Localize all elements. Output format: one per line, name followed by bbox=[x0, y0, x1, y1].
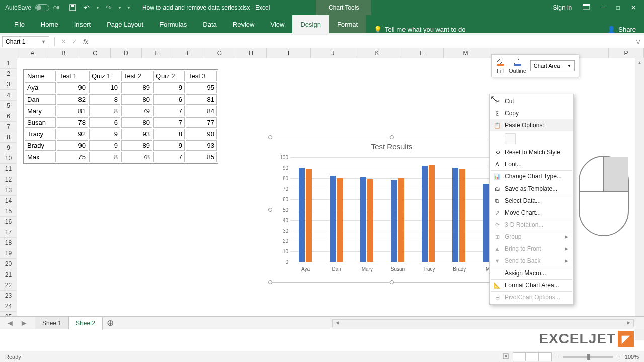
zoom-level[interactable]: 100% bbox=[625, 354, 639, 360]
tab-design[interactable]: Design bbox=[292, 15, 329, 33]
menu-save-template[interactable]: 🗂Save as Template... bbox=[490, 183, 573, 195]
menu-copy[interactable]: ⎘Copy bbox=[490, 107, 573, 119]
row-header[interactable]: 19 bbox=[0, 248, 17, 259]
ribbon-display-icon[interactable] bbox=[583, 4, 590, 12]
view-page-break-icon[interactable] bbox=[539, 352, 552, 361]
data-table[interactable]: NameTest 1Quiz 1Test 2Quiz 2Test 3 Aya90… bbox=[23, 69, 218, 164]
view-normal-icon[interactable] bbox=[513, 352, 526, 361]
tab-review[interactable]: Review bbox=[225, 15, 263, 33]
col-header[interactable]: C bbox=[79, 48, 111, 58]
chart-object[interactable]: Test Results 0102030405060708090100 AyaD… bbox=[270, 137, 514, 283]
tab-view[interactable]: View bbox=[262, 15, 292, 33]
tab-formulas[interactable]: Formulas bbox=[151, 15, 195, 33]
menu-format-chart-area[interactable]: 📐Format Chart Area... bbox=[490, 279, 573, 291]
row-header[interactable]: 7 bbox=[0, 122, 17, 132]
maximize-icon[interactable]: □ bbox=[616, 4, 620, 11]
qat-customize-icon[interactable]: ▾ bbox=[128, 6, 130, 10]
select-all-corner[interactable] bbox=[0, 48, 17, 58]
zoom-slider[interactable] bbox=[563, 356, 613, 358]
menu-group: ⊞Group▶ bbox=[490, 231, 573, 243]
row-header[interactable]: 17 bbox=[0, 227, 17, 238]
fx-icon[interactable]: fx bbox=[80, 38, 91, 45]
row-header[interactable]: 15 bbox=[0, 206, 17, 217]
chart-element-dropdown[interactable]: Chart Area ▼ bbox=[530, 60, 575, 71]
tab-home[interactable]: Home bbox=[33, 15, 66, 33]
row-header[interactable]: 24 bbox=[0, 301, 17, 312]
menu-reset-style[interactable]: ⟲Reset to Match Style bbox=[490, 146, 573, 158]
col-header[interactable]: P bbox=[609, 48, 644, 58]
row-header[interactable]: 4 bbox=[0, 90, 17, 101]
cancel-formula-icon[interactable]: ✕ bbox=[58, 38, 69, 45]
menu-cut[interactable]: ✂Cut bbox=[490, 95, 573, 107]
menu-select-data[interactable]: ⧉Select Data... bbox=[490, 195, 573, 207]
chart-title[interactable]: Test Results bbox=[270, 137, 513, 151]
view-page-layout-icon[interactable] bbox=[526, 352, 539, 361]
sheet-scroll-right-icon[interactable]: ► bbox=[20, 319, 28, 328]
outline-button[interactable]: Outline bbox=[509, 58, 526, 74]
col-header[interactable]: H bbox=[235, 48, 267, 58]
row-header[interactable]: 5 bbox=[0, 101, 17, 111]
close-icon[interactable]: ✕ bbox=[631, 4, 636, 11]
col-header[interactable]: D bbox=[111, 48, 142, 58]
row-header[interactable]: 12 bbox=[0, 174, 17, 185]
row-header[interactable]: 13 bbox=[0, 185, 17, 196]
sheet-tab-sheet2[interactable]: Sheet2 bbox=[69, 317, 103, 330]
row-header[interactable]: 8 bbox=[0, 132, 17, 143]
vertical-scrollbar[interactable]: ▲ bbox=[635, 58, 644, 340]
share-button[interactable]: 👤 Share bbox=[599, 26, 644, 33]
menu-change-chart-type[interactable]: 📊Change Chart Type... bbox=[490, 170, 573, 183]
menu-assign-macro[interactable]: Assign Macro... bbox=[490, 267, 573, 279]
row-header[interactable]: 18 bbox=[0, 238, 17, 248]
col-header[interactable]: E bbox=[142, 48, 173, 58]
menu-font[interactable]: AFont... bbox=[490, 158, 573, 170]
col-header[interactable]: A bbox=[17, 48, 48, 58]
autosave-toggle[interactable] bbox=[35, 4, 49, 11]
signin-link[interactable]: Sign in bbox=[553, 4, 572, 11]
col-header[interactable]: F bbox=[173, 48, 204, 58]
col-header[interactable]: M bbox=[444, 48, 488, 58]
horizontal-scrollbar[interactable]: ◄ ► bbox=[332, 319, 634, 327]
minimize-icon[interactable]: ─ bbox=[601, 4, 605, 11]
tell-me-search[interactable]: 💡 Tell me what you want to do bbox=[366, 26, 473, 33]
sheet-tab-sheet1[interactable]: Sheet1 bbox=[35, 317, 69, 329]
tab-insert[interactable]: Insert bbox=[66, 15, 99, 33]
fill-button[interactable]: Fill bbox=[496, 58, 505, 74]
row-header[interactable]: 6 bbox=[0, 111, 17, 122]
menu-move-chart[interactable]: ↗Move Chart... bbox=[490, 207, 573, 219]
save-icon[interactable] bbox=[69, 4, 76, 11]
zoom-in-icon[interactable]: + bbox=[617, 354, 620, 360]
enter-formula-icon[interactable]: ✓ bbox=[69, 38, 80, 45]
redo-icon[interactable]: ↷ bbox=[106, 4, 112, 12]
row-header[interactable]: 3 bbox=[0, 79, 17, 90]
row-header[interactable]: 9 bbox=[0, 143, 17, 153]
name-box[interactable]: Chart 1 ▼ bbox=[2, 36, 49, 47]
paste-option-button[interactable] bbox=[505, 133, 516, 144]
col-header[interactable]: G bbox=[204, 48, 235, 58]
col-header[interactable]: B bbox=[48, 48, 79, 58]
macro-record-icon[interactable] bbox=[503, 353, 509, 360]
undo-icon[interactable]: ↶ bbox=[84, 4, 90, 12]
chevron-down-icon[interactable]: ▼ bbox=[41, 39, 46, 44]
col-header[interactable]: K bbox=[355, 48, 399, 58]
col-header[interactable]: I bbox=[267, 48, 311, 58]
row-header[interactable]: 10 bbox=[0, 153, 17, 164]
add-sheet-button[interactable]: ⊕ bbox=[103, 318, 118, 328]
row-header[interactable]: 21 bbox=[0, 269, 17, 280]
expand-formula-bar-icon[interactable]: ⋁ bbox=[632, 39, 644, 44]
tab-data[interactable]: Data bbox=[195, 15, 224, 33]
col-header[interactable]: L bbox=[399, 48, 444, 58]
row-header[interactable]: 23 bbox=[0, 291, 17, 301]
sheet-scroll-left-icon[interactable]: ◄ bbox=[6, 319, 14, 328]
row-header[interactable]: 16 bbox=[0, 217, 17, 227]
row-header[interactable]: 20 bbox=[0, 259, 17, 269]
tab-format[interactable]: Format bbox=[329, 15, 366, 33]
row-header[interactable]: 11 bbox=[0, 164, 17, 174]
row-header[interactable]: 1 bbox=[0, 58, 17, 69]
row-header[interactable]: 14 bbox=[0, 196, 17, 206]
zoom-out-icon[interactable]: − bbox=[556, 354, 559, 360]
tab-file[interactable]: File bbox=[6, 15, 33, 33]
row-header[interactable]: 2 bbox=[0, 69, 17, 79]
col-header[interactable]: J bbox=[311, 48, 355, 58]
row-header[interactable]: 22 bbox=[0, 280, 17, 291]
tab-page-layout[interactable]: Page Layout bbox=[99, 15, 151, 33]
